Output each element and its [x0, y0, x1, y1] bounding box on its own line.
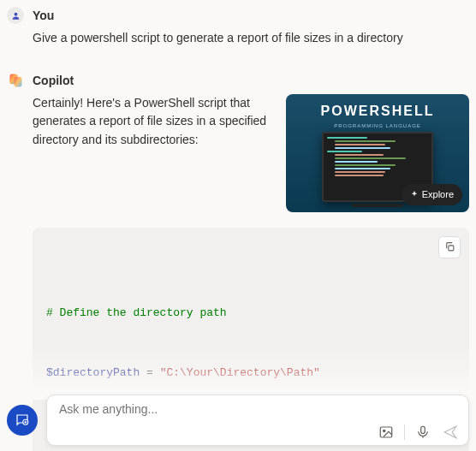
input-bar — [7, 395, 469, 446]
send-button[interactable] — [441, 423, 460, 442]
image-icon — [378, 424, 394, 440]
copy-icon — [444, 241, 455, 252]
input-actions — [59, 423, 460, 442]
code-comment: # Define the directory path — [46, 306, 227, 319]
svg-point-4 — [384, 430, 385, 431]
microphone-button[interactable] — [414, 423, 432, 442]
conversation-pane: You Give a powershell script to generate… — [0, 0, 476, 451]
action-divider — [404, 424, 405, 440]
explore-label: Explore — [422, 187, 454, 202]
svg-point-0 — [14, 12, 17, 15]
explore-button[interactable]: Explore — [402, 184, 462, 205]
user-message-text: Give a powershell script to generate a r… — [7, 29, 469, 48]
assistant-message-text: Certainly! Here's a PowerShell script th… — [33, 94, 274, 150]
send-icon — [443, 424, 458, 440]
copy-code-button[interactable] — [438, 236, 461, 258]
assistant-name-label: Copilot — [33, 74, 74, 87]
svg-rect-1 — [448, 246, 453, 251]
add-image-button[interactable] — [377, 423, 396, 442]
svg-rect-3 — [380, 427, 392, 437]
message-input[interactable] — [59, 402, 460, 416]
sparkle-icon — [410, 190, 419, 199]
user-header: You — [7, 7, 469, 24]
user-message: You Give a powershell script to generate… — [7, 7, 469, 48]
thumbnail-title: POWERSHELL — [286, 94, 469, 122]
copilot-avatar-icon — [7, 72, 24, 89]
code-operator: = — [140, 366, 159, 379]
message-input-container — [46, 395, 469, 446]
thumbnail-subtitle: PROGRAMMING LANGUAGE — [286, 122, 469, 130]
chat-bubble-icon — [15, 412, 30, 428]
user-avatar-icon — [7, 7, 24, 24]
svg-rect-5 — [421, 426, 425, 433]
microphone-icon — [415, 424, 431, 440]
reference-thumbnail[interactable]: POWERSHELL PROGRAMMING LANGUAGE Explore — [286, 94, 469, 212]
new-chat-button[interactable] — [7, 405, 38, 436]
code-variable: $directoryPath — [46, 366, 140, 379]
code-string: "C:\Your\Directory\Path" — [160, 366, 320, 379]
user-name-label: You — [33, 9, 54, 22]
assistant-header: Copilot — [7, 72, 469, 89]
